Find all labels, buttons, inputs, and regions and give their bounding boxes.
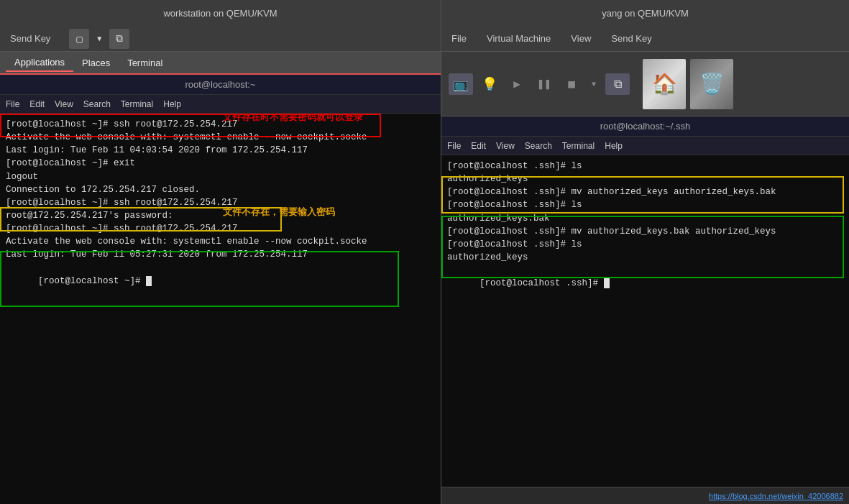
right-terminal-menubar: File Edit View Search Terminal Help [441,137,849,155]
left-toolbar-icon2[interactable]: ⧉ [109,29,129,49]
annotation-text-yellow: 文件不存在，需要输入密码 [223,206,335,219]
left-sendkey-btn[interactable]: Send Key [6,30,55,47]
right-footer: https://blog.csdn.net/weixin_42006882 [441,487,849,504]
right-term-help[interactable]: Help [605,141,623,151]
right-cursor [604,278,610,288]
right-menu-sendkey[interactable]: Send Key [607,30,656,47]
right-play-icon[interactable]: ▶ [506,73,528,95]
annotation-text-red1: 文件存在时不需要密码就可以登录 [223,114,363,124]
right-menu-view[interactable]: View [566,30,595,47]
term-menu-help[interactable]: Help [163,99,181,109]
right-term-file[interactable]: File [447,141,461,151]
right-annotation-green [441,216,844,278]
right-menu-file[interactable]: File [447,30,471,47]
right-term-view[interactable]: View [496,141,515,151]
terminal-line-3: Last login: Tue Feb 11 04:03:54 2020 fro… [6,144,435,157]
right-toolbar: 📺 💡 ▶ ❚❚ ■ ▼ ⧉ 🏠 🗑️ [441,52,849,116]
right-term-terminal[interactable]: Terminal [562,141,595,151]
footer-url[interactable]: https://blog.csdn.net/weixin_42006882 [709,492,843,500]
term-menu-edit[interactable]: Edit [29,99,45,109]
right-stop-icon[interactable]: ■ [561,73,582,95]
thumb-trash: 🗑️ [690,59,733,109]
right-terminal-body[interactable]: [root@localhost .ssh]# ls authorized_key… [441,155,849,487]
left-terminal-menubar: File Edit View Search Terminal Help [0,95,441,114]
left-terminal-title-text: root@localhost:~ [185,79,255,90]
left-menubar-top: Send Key ▢ ▼ ⧉ [0,26,441,52]
nav-places[interactable]: Places [73,55,119,71]
right-terminal-title: root@localhost:~/.ssh [441,116,849,137]
term-menu-view[interactable]: View [55,99,73,109]
left-panel: workstation on QEMU/KVM Send Key ▢ ▼ ⧉ A… [0,0,441,504]
terminal-line-6: Connection to 172.25.254.217 closed. [6,183,435,196]
left-titlebar: workstation on QEMU/KVM [0,0,441,26]
terminal-line-5: logout [6,170,435,183]
term-menu-terminal[interactable]: Terminal [121,99,153,109]
annotation-box-green1 [0,251,399,307]
right-annotation-yellow [441,176,844,214]
right-terminal-title-text: root@localhost:~/.ssh [600,121,691,132]
terminal-line-11: Activate the web console with: systemctl… [6,235,435,248]
right-lightbulb-icon[interactable]: 💡 [479,73,500,95]
right-term-edit[interactable]: Edit [471,141,486,151]
right-term-search[interactable]: Search [525,141,552,151]
nav-terminal[interactable]: Terminal [119,55,171,71]
right-pause-icon[interactable]: ❚❚ [533,73,555,95]
term-menu-search[interactable]: Search [83,99,111,109]
right-title-text: yang on QEMU/KVM [602,8,689,19]
right-screenshot-icon[interactable]: ⧉ [605,73,630,95]
right-screen-icon[interactable]: 📺 [449,73,473,95]
left-terminal-title: root@localhost:~ [0,75,441,95]
term-menu-file[interactable]: File [6,99,19,109]
right-menubar-top: File Virtual Machine View Send Key [441,26,849,52]
thumb-home: 🏠 [643,59,686,109]
nav-applications[interactable]: Applications [6,54,73,72]
right-stop-dropdown[interactable]: ▼ [588,73,600,95]
left-terminal-body[interactable]: [root@localhost ~]# ssh root@172.25.254.… [0,114,441,504]
terminal-line-4: [root@localhost ~]# exit [6,157,435,170]
right-titlebar: yang on QEMU/KVM [441,0,849,26]
right-menu-vm[interactable]: Virtual Machine [482,30,555,47]
right-panel: yang on QEMU/KVM File Virtual Machine Vi… [441,0,849,504]
left-navbar: Applications Places Terminal [0,52,441,75]
left-toolbar-icon1[interactable]: ▢ [69,29,89,49]
left-title-text: workstation on QEMU/KVM [163,8,277,19]
left-toolbar-dropdown[interactable]: ▼ [93,29,105,49]
right-terminal-line-0: [root@localhost .ssh]# ls [447,160,843,173]
